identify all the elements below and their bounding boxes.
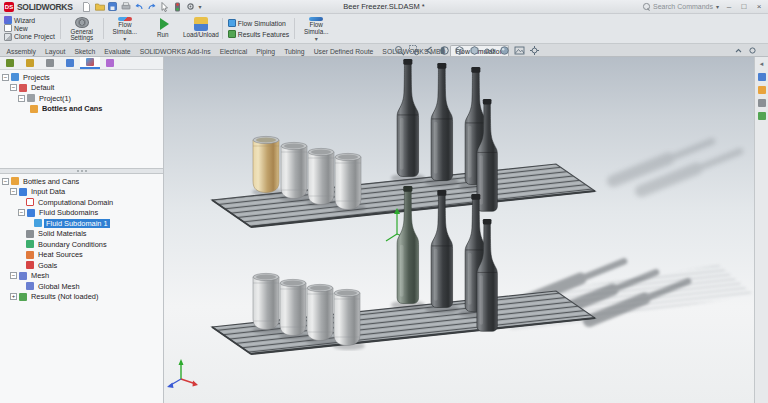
- previous-view-icon[interactable]: [424, 45, 435, 56]
- tab-electrical[interactable]: Electrical: [215, 46, 252, 56]
- collapse-toggle-icon[interactable]: −: [10, 272, 17, 279]
- tree-item-input-data[interactable]: − Input Data: [0, 187, 163, 198]
- tree-item-label: Projects: [21, 73, 52, 82]
- expand-toggle-icon[interactable]: +: [10, 293, 17, 300]
- can[interactable]: [280, 279, 306, 335]
- hide-show-items-icon[interactable]: [484, 45, 495, 56]
- tab-solidworks-addins[interactable]: SOLIDWORKS Add-Ins: [135, 46, 215, 56]
- redo-icon[interactable]: [147, 2, 157, 12]
- pin-ribbon-icon[interactable]: [747, 45, 758, 56]
- tab-tubing[interactable]: Tubing: [280, 46, 310, 56]
- settings-gear-icon[interactable]: [186, 2, 196, 12]
- tree-item-fluid-subdomains[interactable]: − Fluid Subdomains: [0, 208, 163, 219]
- tab-piping[interactable]: Piping: [252, 46, 280, 56]
- quick-access-dropdown-icon[interactable]: ▾: [199, 3, 202, 10]
- edit-appearance-icon[interactable]: [499, 45, 510, 56]
- can[interactable]: [308, 148, 334, 204]
- tree-item-mesh[interactable]: − Mesh: [0, 271, 163, 282]
- wizard-button[interactable]: Wizard: [2, 16, 57, 24]
- close-button[interactable]: ×: [754, 2, 764, 11]
- tab-feature-tree[interactable]: [0, 57, 20, 69]
- tree-item-project1[interactable]: − Project(1): [0, 93, 163, 104]
- tree-item-results[interactable]: + Results (Not loaded): [0, 292, 163, 303]
- general-settings-button[interactable]: General Settings: [64, 15, 100, 42]
- tree-item-goals[interactable]: Goals: [0, 260, 163, 271]
- print-icon[interactable]: [121, 2, 131, 12]
- new-document-icon[interactable]: [82, 2, 92, 12]
- bottle[interactable]: [431, 63, 452, 181]
- minimize-button[interactable]: –: [724, 2, 734, 11]
- 3d-scene[interactable]: [164, 57, 754, 403]
- taskpane-library-icon[interactable]: [758, 86, 766, 94]
- can[interactable]: [334, 289, 360, 345]
- can[interactable]: [307, 284, 333, 340]
- tree-item-bottles-and-cans[interactable]: Bottles and Cans: [0, 104, 163, 115]
- apply-scene-icon[interactable]: [514, 45, 525, 56]
- flow-simulation-results-button[interactable]: Flow Simulation: [226, 19, 291, 28]
- tree-item-heat-sources[interactable]: Heat Sources: [0, 250, 163, 261]
- search-dropdown-icon[interactable]: ▾: [716, 3, 719, 10]
- zoom-fit-icon[interactable]: [394, 45, 405, 56]
- tree-item-label: Heat Sources: [36, 250, 85, 259]
- collapse-toggle-icon[interactable]: −: [2, 178, 9, 185]
- can[interactable]: [253, 273, 279, 329]
- tree-item-global-mesh[interactable]: Global Mesh: [0, 281, 163, 292]
- tab-display-manager[interactable]: [100, 57, 120, 69]
- results-features-button[interactable]: Results Features: [226, 30, 291, 39]
- tab-evaluate[interactable]: Evaluate: [100, 46, 135, 56]
- tree-item-assembly-root[interactable]: − Bottles and Cans: [0, 176, 163, 187]
- collapse-toggle-icon[interactable]: −: [18, 209, 25, 216]
- tab-user-defined-route[interactable]: User Defined Route: [309, 46, 378, 56]
- tab-property-manager[interactable]: [20, 57, 40, 69]
- new-project-button[interactable]: New: [2, 24, 57, 32]
- taskpane-explorer-icon[interactable]: [758, 99, 766, 107]
- taskpane-appearances-icon[interactable]: [758, 112, 766, 120]
- tree-item-label: Fluid Subdomains: [37, 208, 100, 217]
- maximize-button[interactable]: □: [739, 2, 749, 11]
- tab-configuration-manager[interactable]: [40, 57, 60, 69]
- default-config-icon: [19, 84, 27, 92]
- select-cursor-icon[interactable]: [160, 2, 170, 12]
- can[interactable]: [281, 142, 307, 198]
- flow-simulation-tools-button[interactable]: Flow Simula... ▾: [298, 15, 334, 42]
- tab-flow-simulation-tree[interactable]: [80, 57, 100, 69]
- graphics-viewport[interactable]: [164, 57, 754, 403]
- taskpane-resources-icon[interactable]: [758, 73, 766, 81]
- collapse-toggle-icon[interactable]: −: [18, 95, 25, 102]
- section-view-icon[interactable]: [439, 45, 450, 56]
- display-manager-icon: [106, 59, 114, 67]
- run-button[interactable]: Run: [145, 15, 181, 42]
- rebuild-icon[interactable]: [173, 2, 183, 12]
- collapse-ribbon-icon[interactable]: [733, 45, 744, 56]
- search-commands-input[interactable]: Search Commands ▾: [643, 3, 719, 10]
- tab-layout[interactable]: Layout: [40, 46, 69, 56]
- save-icon[interactable]: [108, 2, 118, 12]
- collapse-toggle-icon[interactable]: −: [2, 74, 9, 81]
- tree-item-boundary-conditions[interactable]: Boundary Conditions: [0, 239, 163, 250]
- load-unload-button[interactable]: Load/Unload: [183, 15, 219, 42]
- tree-item-solid-materials[interactable]: Solid Materials: [0, 229, 163, 240]
- tab-dimxpert-manager[interactable]: [60, 57, 80, 69]
- collapse-toggle-icon[interactable]: −: [10, 188, 17, 195]
- can[interactable]: [335, 153, 361, 209]
- tree-item-fluid-subdomain-1[interactable]: Fluid Subdomain 1: [0, 218, 163, 229]
- collapse-toggle-icon[interactable]: −: [10, 84, 17, 91]
- tree-item-computational-domain[interactable]: Computational Domain: [0, 197, 163, 208]
- taskpane-collapse-icon[interactable]: ◂: [760, 60, 764, 68]
- clone-project-button[interactable]: Clone Project: [2, 33, 57, 41]
- tree-item-projects[interactable]: − Projects: [0, 72, 163, 83]
- bottle[interactable]: [397, 59, 418, 177]
- tree-item-default[interactable]: − Default: [0, 83, 163, 94]
- view-settings-icon[interactable]: [529, 45, 540, 56]
- fluid-subdomains-folder-icon: [27, 209, 35, 217]
- undo-icon[interactable]: [134, 2, 144, 12]
- configuration-manager-icon: [46, 59, 54, 67]
- tab-sketch[interactable]: Sketch: [70, 46, 100, 56]
- view-orientation-icon[interactable]: [454, 45, 465, 56]
- tan-can[interactable]: [253, 136, 279, 192]
- flow-simulation-dropdown-button[interactable]: Flow Simula... ▾: [107, 15, 143, 42]
- zoom-area-icon[interactable]: [409, 45, 420, 56]
- display-style-icon[interactable]: [469, 45, 480, 56]
- tab-assembly[interactable]: Assembly: [2, 46, 40, 56]
- open-folder-icon[interactable]: [95, 2, 105, 12]
